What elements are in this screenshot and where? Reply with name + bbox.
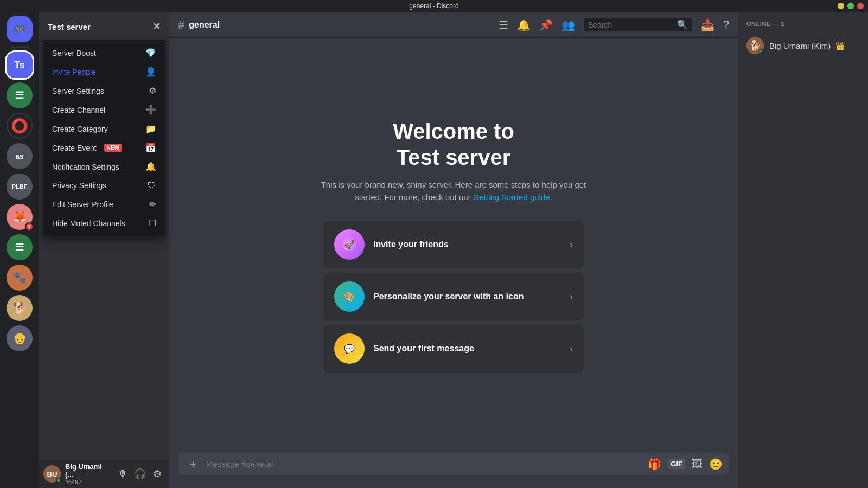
server-icon-label: 👴 [13, 332, 27, 345]
server-header[interactable]: Test server ✕ [39, 12, 169, 42]
members-header: ONLINE — 1 [742, 21, 864, 27]
username: Big Umami (... [65, 463, 111, 479]
server-divider [11, 47, 28, 48]
server-icon-label: as [15, 152, 24, 160]
channel-header: # general ☰ 🔔 📌 👥 🔍 📥 ? [169, 12, 738, 38]
member-online-dot [758, 49, 764, 54]
create-event-icon: 📅 [145, 143, 156, 153]
help-icon[interactable]: ? [723, 18, 729, 31]
dropdown-item-notification-settings[interactable]: Notification Settings 🔔 [47, 157, 162, 176]
close-dropdown-icon[interactable]: ✕ [152, 21, 161, 33]
user-info: Big Umami (... #5497 [65, 463, 111, 485]
dropdown-item-create-channel[interactable]: Create Channel ➕ [47, 100, 162, 119]
svg-text:🎨: 🎨 [344, 292, 355, 302]
server-icon-label: 🐕 [13, 301, 27, 314]
user-tag: #5497 [65, 479, 111, 485]
message-input-box: + 🎁 GIF 🖼 😊 [178, 453, 729, 475]
server-icon-fox[interactable]: 🦊 3 [7, 204, 33, 230]
message-add-button[interactable]: + [184, 455, 202, 473]
server-icon-discord-home[interactable]: 🎮 [7, 16, 33, 42]
dropdown-item-invite-people[interactable]: Invite People 👤 [47, 62, 162, 81]
notification-settings-label: Notification Settings [52, 163, 119, 171]
privacy-settings-icon: 🛡 [148, 181, 156, 190]
server-icon-plbf[interactable]: PLBF [7, 174, 33, 200]
server-name: Test server [48, 22, 91, 31]
user-online-dot [56, 478, 61, 483]
server-icon-green[interactable]: ☰ [7, 82, 33, 108]
headphones-button[interactable]: 🎧 [132, 466, 148, 481]
dropdown-item-create-event[interactable]: Create Event NEW 📅 [47, 138, 162, 157]
emoji-icon[interactable]: 😊 [709, 458, 723, 471]
dropdown-item-server-settings[interactable]: Server Settings ⚙ [47, 81, 162, 100]
getting-started-link[interactable]: Getting Started guide [473, 192, 550, 202]
settings-icon: ⚙ [153, 468, 162, 480]
server-icon-dog[interactable]: 🐕 [7, 295, 33, 321]
search-input[interactable] [588, 21, 675, 29]
create-event-label: Create Event [52, 144, 97, 152]
create-category-icon: 📁 [145, 124, 156, 134]
window-title: general - Discord [409, 2, 458, 10]
close-button[interactable] [857, 3, 864, 9]
gift-icon[interactable]: 🎁 [648, 458, 661, 471]
invite-people-label: Invite People [52, 68, 96, 76]
server-icon-squirrel[interactable]: 🐾 [7, 265, 33, 291]
message-input-field[interactable] [206, 453, 643, 475]
action-card-personalize[interactable]: 🎨 Personalize your server with an icon › [323, 273, 584, 320]
user-panel-avatar[interactable]: BU [43, 465, 61, 483]
dropdown-item-privacy-settings[interactable]: Privacy Settings 🛡 [47, 176, 162, 195]
welcome-title: Welcome toWelcome to Test serverTest ser… [393, 118, 514, 170]
chat-area: Welcome toWelcome to Test serverTest ser… [169, 38, 738, 488]
server-icon-ts[interactable]: Ts [7, 52, 33, 78]
first-message-icon: 💬 [334, 333, 365, 364]
dropdown-item-hide-muted-channels[interactable]: Hide Muted Channels ☐ [47, 214, 162, 233]
add-icon: + [190, 457, 197, 471]
channel-sidebar: Test server ✕ Server Boost 💎 Invite Peop… [39, 12, 169, 488]
server-icon-green2[interactable]: ☰ [7, 234, 33, 260]
dropdown-item-edit-server-profile[interactable]: Edit Server Profile ✏ [47, 195, 162, 214]
new-badge: NEW [104, 144, 122, 152]
welcome-subtitle: This is your brand new, shiny server. He… [318, 179, 589, 203]
edit-server-profile-icon: ✏ [149, 199, 156, 209]
mic-button[interactable]: 🎙 [115, 466, 130, 481]
invite-chevron-icon: › [570, 239, 573, 251]
pin-icon[interactable]: 📌 [539, 18, 553, 31]
create-channel-label: Create Channel [52, 106, 105, 114]
sticker-icon[interactable]: 🖼 [692, 458, 703, 470]
server-icon-pokeball[interactable]: ⭕ [7, 113, 33, 139]
channel-name: general [189, 20, 220, 30]
server-icon-old[interactable]: 👴 [7, 325, 33, 351]
server-icon-label: 🦊 [13, 210, 27, 223]
hide-muted-channels-icon: ☐ [149, 218, 156, 228]
user-settings-button[interactable]: ⚙ [150, 466, 165, 481]
server-icon-label: 🐾 [13, 271, 27, 284]
notification-bell-icon[interactable]: 🔔 [517, 18, 531, 31]
action-card-invite-friends[interactable]: 🚀 Invite your friends › [323, 221, 584, 268]
create-category-label: Create Category [52, 125, 108, 133]
first-message-chevron-icon: › [570, 343, 573, 355]
members-icon[interactable]: 👥 [561, 18, 575, 31]
threads-icon[interactable]: ☰ [499, 18, 508, 31]
member-item[interactable]: 🐕 Big Umami (Kim) 👑 [742, 34, 864, 57]
minimize-button[interactable] [838, 3, 844, 9]
personalize-svg: 🎨 [341, 288, 358, 305]
member-crown-icon: 👑 [835, 42, 845, 50]
inbox-icon[interactable]: 📥 [701, 18, 714, 31]
server-icon-label: ☰ [15, 241, 24, 253]
restore-button[interactable] [847, 3, 854, 9]
headphones-icon: 🎧 [134, 468, 146, 480]
server-settings-icon: ⚙ [149, 86, 156, 96]
first-message-label: Send your first message [373, 344, 561, 354]
search-icon: 🔍 [677, 20, 688, 30]
server-icon-label: 🎮 [14, 23, 25, 35]
dropdown-item-server-boost[interactable]: Server Boost 💎 [47, 43, 162, 62]
dropdown-item-create-category[interactable]: Create Category 📁 [47, 119, 162, 138]
server-dropdown-menu: Server Boost 💎 Invite People 👤 Server Se… [43, 40, 165, 236]
main-content: # general ☰ 🔔 📌 👥 🔍 📥 ? Welcome toWelcom… [169, 12, 738, 488]
mic-icon: 🎙 [118, 468, 127, 480]
server-icon-as[interactable]: as [7, 143, 33, 169]
invite-friends-label: Invite your friends [373, 240, 561, 249]
action-card-first-message[interactable]: 💬 Send your first message › [323, 325, 584, 373]
gif-button[interactable]: GIF [668, 459, 685, 469]
first-message-svg: 💬 [341, 341, 358, 357]
search-bar[interactable]: 🔍 [584, 18, 692, 31]
